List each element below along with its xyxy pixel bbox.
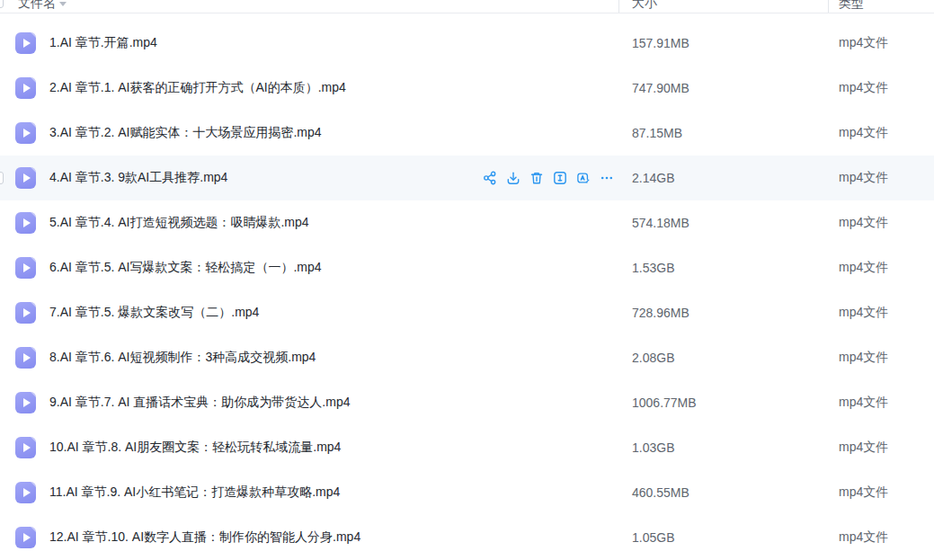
play-triangle-icon: [23, 39, 31, 48]
file-type: mp4文件: [839, 215, 888, 231]
video-file-icon: [15, 527, 36, 548]
file-name[interactable]: 6.AI 章节.5. AI写爆款文案：轻松搞定（一）.mp4: [49, 260, 322, 276]
file-row[interactable]: 3.AI 章节.2. AI赋能实体：十大场景应用揭密.mp4: [0, 111, 934, 156]
video-file-icon: [15, 347, 36, 369]
play-triangle-icon: [23, 443, 31, 452]
play-triangle-icon: [23, 533, 31, 542]
file-name[interactable]: 4.AI 章节.3. 9款AI工具推荐.mp4: [49, 170, 227, 186]
play-triangle-icon: [23, 263, 31, 272]
file-type: mp4文件: [839, 35, 888, 51]
file-size: 747.90MB: [632, 81, 689, 95]
video-file-icon: [15, 77, 36, 99]
file-type: mp4文件: [839, 395, 888, 411]
file-size: 460.55MB: [632, 485, 689, 500]
file-corner-fold: [31, 347, 36, 352]
file-type: mp4文件: [839, 484, 888, 501]
download-icon[interactable]: [506, 171, 520, 185]
rename-icon[interactable]: [553, 171, 567, 185]
file-size: 574.18MB: [632, 216, 689, 230]
column-header-size[interactable]: 大小: [632, 0, 657, 12]
file-row[interactable]: 11.AI 章节.9. AI小红书笔记：打造爆款种草攻略.mp4: [0, 470, 934, 515]
file-corner-fold: [31, 77, 36, 83]
play-triangle-icon: [23, 308, 31, 317]
play-triangle-icon: [23, 398, 31, 407]
file-name[interactable]: 11.AI 章节.9. AI小红书笔记：打造爆款种草攻略.mp4: [49, 484, 340, 501]
row-checkbox[interactable]: [0, 172, 4, 184]
file-size: 728.96MB: [632, 306, 689, 320]
play-triangle-icon: [23, 129, 31, 138]
file-list: 1.AI 章节.开篇.mp4: [0, 21, 934, 560]
file-name[interactable]: 8.AI 章节.6. AI短视频制作：3种高成交视频.mp4: [49, 350, 316, 366]
file-table-header: 文件名 大小 类型: [0, 0, 934, 13]
file-name[interactable]: 2.AI 章节.1. AI获客的正确打开方式（AI的本质）.mp4: [49, 80, 346, 96]
video-file-icon: [15, 482, 36, 503]
file-corner-fold: [31, 32, 36, 38]
play-triangle-icon: [23, 84, 31, 93]
file-size: 1.03GB: [632, 440, 674, 455]
file-size: 2.14GB: [632, 171, 674, 185]
file-corner-fold: [31, 392, 36, 397]
play-triangle-icon: [23, 488, 31, 497]
file-corner-fold: [31, 437, 36, 442]
file-row[interactable]: 6.AI 章节.5. AI写爆款文案：轻松搞定（一）.mp4: [0, 245, 934, 290]
file-corner-fold: [31, 257, 36, 262]
file-row[interactable]: 4.AI 章节.3. 9款AI工具推荐.mp4: [0, 156, 934, 200]
file-row[interactable]: 1.AI 章节.开篇.mp4: [0, 21, 934, 66]
file-row[interactable]: 9.AI 章节.7. AI 直播话术宝典：助你成为带货达人.mp4: [0, 380, 934, 425]
file-type: mp4文件: [839, 80, 888, 96]
file-name[interactable]: 7.AI 章节.5. 爆款文案改写（二）.mp4: [49, 305, 259, 321]
column-divider: [618, 0, 619, 13]
file-row[interactable]: 7.AI 章节.5. 爆款文案改写（二）.mp4: [0, 290, 934, 335]
video-file-icon: [15, 32, 36, 54]
file-row[interactable]: 10.AI 章节.8. AI朋友圈文案：轻松玩转私域流量.mp4: [0, 425, 934, 470]
video-file-icon: [15, 212, 36, 234]
file-name[interactable]: 5.AI 章节.4. AI打造短视频选题：吸睛爆款.mp4: [49, 215, 309, 231]
more-icon[interactable]: [600, 171, 614, 185]
file-size: 157.91MB: [632, 36, 689, 50]
play-triangle-icon: [23, 353, 31, 362]
video-file-icon: [15, 122, 36, 144]
video-file-icon: [15, 167, 36, 189]
file-size: 1006.77MB: [632, 396, 697, 410]
file-name[interactable]: 3.AI 章节.2. AI赋能实体：十大场景应用揭密.mp4: [49, 125, 322, 141]
file-size: 1.05GB: [632, 530, 674, 545]
file-type: mp4文件: [839, 170, 888, 186]
file-corner-fold: [31, 302, 36, 307]
video-file-icon: [15, 257, 36, 279]
file-row[interactable]: 5.AI 章节.4. AI打造短视频选题：吸睛爆款.mp4: [0, 200, 934, 245]
ai-icon[interactable]: [576, 171, 591, 185]
file-type: mp4文件: [839, 440, 888, 456]
file-size: 87.15MB: [632, 126, 682, 140]
file-corner-fold: [31, 122, 36, 128]
delete-icon[interactable]: [529, 171, 544, 185]
file-size: 1.53GB: [632, 261, 674, 275]
file-type: mp4文件: [839, 260, 888, 276]
file-row[interactable]: 8.AI 章节.6. AI短视频制作：3种高成交视频.mp4: [0, 335, 934, 380]
row-actions: [483, 171, 614, 185]
file-row[interactable]: 2.AI 章节.1. AI获客的正确打开方式（AI的本质）.mp4: [0, 66, 934, 111]
select-all-checkbox[interactable]: [0, 0, 4, 8]
file-name[interactable]: 10.AI 章节.8. AI朋友圈文案：轻松玩转私域流量.mp4: [49, 440, 341, 456]
play-triangle-icon: [23, 173, 31, 182]
file-type: mp4文件: [839, 125, 888, 141]
video-file-icon: [15, 302, 36, 324]
file-name[interactable]: 12.AI 章节.10. AI数字人直播：制作你的智能人分身.mp4: [49, 529, 360, 546]
file-name[interactable]: 1.AI 章节.开篇.mp4: [49, 35, 157, 51]
video-file-icon: [15, 392, 36, 413]
share-icon[interactable]: [483, 171, 497, 185]
file-name[interactable]: 9.AI 章节.7. AI 直播话术宝典：助你成为带货达人.mp4: [49, 395, 351, 411]
file-type: mp4文件: [839, 529, 888, 546]
file-type: mp4文件: [839, 350, 888, 366]
file-row[interactable]: 12.AI 章节.10. AI数字人直播：制作你的智能人分身.mp4: [0, 515, 934, 560]
file-corner-fold: [31, 482, 36, 487]
column-header-filename[interactable]: 文件名: [18, 0, 56, 12]
play-triangle-icon: [23, 218, 31, 227]
file-corner-fold: [31, 212, 36, 218]
sort-caret-icon[interactable]: [59, 2, 67, 6]
file-corner-fold: [31, 167, 36, 173]
column-header-type[interactable]: 类型: [839, 0, 864, 12]
file-type: mp4文件: [839, 305, 888, 321]
file-size: 2.08GB: [632, 351, 674, 365]
column-divider: [828, 0, 829, 13]
video-file-icon: [15, 437, 36, 458]
